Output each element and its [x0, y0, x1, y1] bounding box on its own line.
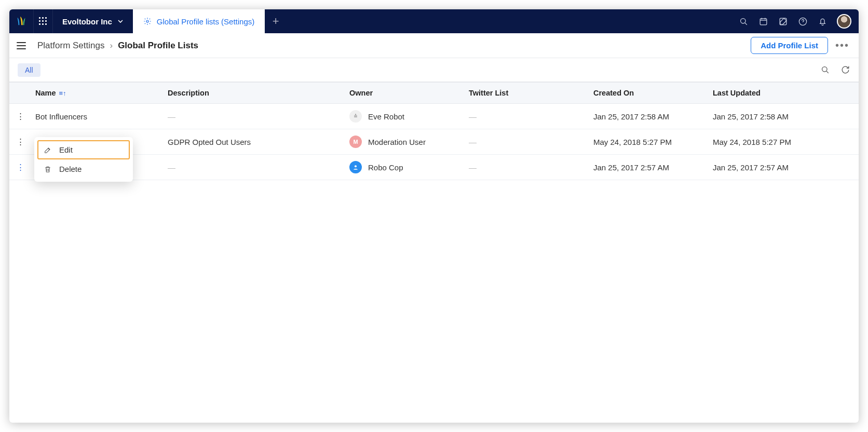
user-avatar[interactable] — [837, 14, 851, 29]
col-name[interactable]: Name≡↑ — [28, 83, 160, 104]
svg-point-5 — [822, 67, 828, 72]
cell-twitter: — — [462, 155, 586, 180]
col-twitter-list[interactable]: Twitter List — [462, 83, 586, 104]
bell-icon[interactable] — [817, 16, 828, 26]
cell-owner: Eve Robot — [342, 104, 462, 129]
svg-point-1 — [740, 18, 745, 23]
search-table-icon[interactable] — [820, 65, 830, 75]
svg-point-7 — [355, 114, 356, 115]
pencil-icon — [44, 146, 52, 154]
tab-global-profile-lists[interactable]: Global Profile lists (Settings) — [133, 9, 265, 33]
context-menu-delete[interactable]: Delete — [37, 159, 130, 179]
cell-created: May 24, 2018 5:27 PM — [586, 129, 706, 155]
avatar — [349, 161, 362, 173]
svg-point-0 — [146, 20, 148, 22]
sort-asc-icon: ≡↑ — [59, 89, 66, 97]
svg-rect-2 — [760, 18, 767, 24]
cell-owner: Robo Cop — [342, 155, 462, 180]
cell-created: Jan 25, 2017 2:58 AM — [586, 104, 706, 129]
org-label: Evoltobor Inc — [62, 17, 112, 26]
breadcrumb: Platform Settings › Global Profile Lists — [37, 40, 198, 51]
cell-name: Bot Influencers — [28, 104, 160, 129]
cell-description: — — [160, 104, 342, 129]
cell-updated: Jan 25, 2017 2:58 AM — [706, 104, 859, 129]
cell-twitter: — — [462, 129, 586, 155]
row-menu-icon[interactable]: ⋮ — [9, 104, 28, 129]
cell-description: GDPR Opted Out Users — [160, 129, 342, 155]
new-tab-button[interactable]: + — [265, 9, 287, 33]
filter-chip-all[interactable]: All — [18, 63, 40, 77]
row-menu-icon[interactable]: ⋮ — [9, 155, 28, 180]
col-description[interactable]: Description — [160, 83, 342, 104]
cell-updated: Jan 25, 2017 2:57 AM — [706, 155, 859, 180]
trash-icon — [44, 165, 52, 173]
row-context-menu: Edit Delete — [34, 137, 133, 182]
more-options-icon[interactable]: ••• — [835, 39, 849, 51]
chevron-down-icon — [117, 18, 124, 24]
add-profile-list-button[interactable]: Add Profile List — [751, 37, 828, 54]
gear-icon — [143, 17, 152, 25]
col-last-updated[interactable]: Last Updated — [706, 83, 859, 104]
cell-description: — — [160, 155, 342, 180]
menu-toggle-icon[interactable] — [17, 40, 28, 51]
row-menu-icon[interactable]: ⋮ — [9, 129, 28, 155]
chevron-right-icon: › — [110, 40, 113, 51]
cell-twitter: — — [462, 104, 586, 129]
svg-point-8 — [355, 165, 357, 167]
help-icon[interactable] — [797, 16, 808, 26]
cell-created: Jan 25, 2017 2:57 AM — [586, 155, 706, 180]
calendar-icon[interactable] — [758, 16, 768, 26]
table-row[interactable]: ⋮ GDPR Opted Out Users GDPR Opted Out Us… — [9, 129, 859, 155]
org-switcher[interactable]: Evoltobor Inc — [53, 9, 133, 33]
col-owner[interactable]: Owner — [342, 83, 462, 104]
context-menu-edit[interactable]: Edit — [37, 140, 130, 159]
avatar — [349, 110, 362, 123]
apps-launcher-icon[interactable] — [33, 9, 53, 33]
col-created-on[interactable]: Created On — [586, 83, 706, 104]
brand-logo[interactable] — [9, 9, 33, 33]
profile-lists-table: Name≡↑ Description Owner Twitter List Cr… — [9, 82, 859, 180]
svg-rect-6 — [354, 115, 357, 118]
table-row[interactable]: ⋮ Bot Influencers — Eve Robot — Jan 25, … — [9, 104, 859, 129]
table-row[interactable]: ⋮ — Robo Cop — Jan 25, 2017 2:57 AM Jan — [9, 155, 859, 180]
avatar: M — [349, 136, 362, 148]
refresh-icon[interactable] — [840, 65, 850, 75]
breadcrumb-parent[interactable]: Platform Settings — [37, 40, 104, 51]
cell-updated: May 24, 2018 5:27 PM — [706, 129, 859, 155]
cell-owner: M Moderation User — [342, 129, 462, 155]
breadcrumb-current: Global Profile Lists — [118, 40, 198, 51]
search-icon[interactable] — [738, 16, 749, 26]
compose-icon[interactable] — [778, 16, 788, 26]
tab-label: Global Profile lists (Settings) — [157, 17, 254, 26]
